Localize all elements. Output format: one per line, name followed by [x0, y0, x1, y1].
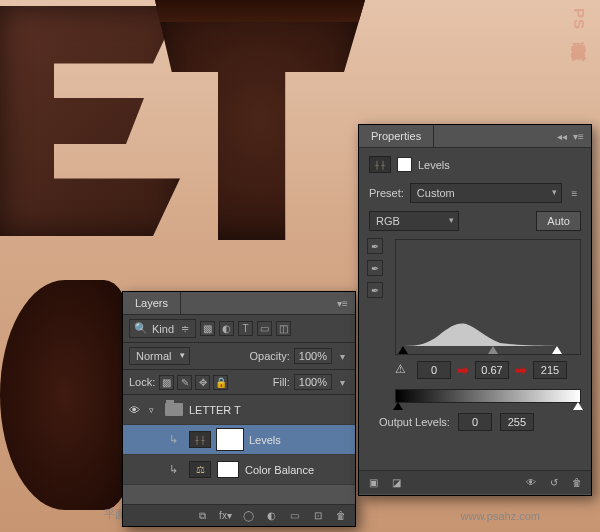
- arrow-icon: ➡: [457, 362, 469, 378]
- clip-indicator-icon: ↳: [169, 433, 183, 446]
- layer-filter-row: 🔍 Kind ≑ ▩ ◐ T ▭ ◫: [123, 315, 355, 342]
- filter-pixel-icon[interactable]: ▩: [200, 321, 215, 336]
- properties-tab[interactable]: Properties: [359, 125, 434, 147]
- input-shadow-field[interactable]: 0: [417, 361, 451, 379]
- eyedropper-black-icon[interactable]: ✒: [367, 238, 383, 254]
- properties-footer: ▣ ◪ 👁 ↺ 🗑: [359, 470, 591, 494]
- lock-all-icon[interactable]: 🔒: [213, 375, 228, 390]
- output-levels-label: Output Levels:: [379, 416, 450, 428]
- delete-layer-icon[interactable]: 🗑: [334, 509, 347, 522]
- search-icon: 🔍: [134, 322, 148, 335]
- chevron-down-icon[interactable]: ▾: [336, 350, 349, 363]
- filter-kind-label: Kind: [152, 323, 174, 335]
- filter-adjustment-icon[interactable]: ◐: [219, 321, 234, 336]
- opacity-value[interactable]: 100%: [294, 348, 332, 364]
- properties-panel: Properties ◂◂ ▾≡ ⟊⟊ Levels Preset: Custo…: [358, 124, 592, 496]
- watermark-bottom-right: www.psahz.com: [461, 510, 540, 522]
- clip-to-layer-icon[interactable]: ▣: [367, 476, 380, 489]
- preset-label: Preset:: [369, 187, 404, 199]
- layers-tab[interactable]: Layers: [123, 292, 181, 314]
- filter-smart-icon[interactable]: ◫: [276, 321, 291, 336]
- channel-select[interactable]: RGB: [369, 211, 459, 231]
- input-midtone-field[interactable]: 0.67: [475, 361, 509, 379]
- adjustment-layer-icon[interactable]: ◐: [265, 509, 278, 522]
- lock-row: Lock: ▩ ✎ ✥ 🔒 Fill: 100% ▾: [123, 369, 355, 395]
- adjustment-title: Levels: [418, 159, 450, 171]
- output-highlight-field[interactable]: 255: [500, 413, 534, 431]
- opacity-label: Opacity:: [250, 350, 290, 362]
- filter-shape-icon[interactable]: ▭: [257, 321, 272, 336]
- canvas-letter-e: [0, 6, 180, 236]
- chevron-down-icon[interactable]: ▾: [336, 376, 349, 389]
- properties-panel-header[interactable]: Properties ◂◂ ▾≡: [359, 125, 591, 148]
- midtone-slider[interactable]: [488, 346, 498, 354]
- layer-row-color-balance[interactable]: ↳ ⚖ Color Balance: [123, 455, 355, 485]
- blend-mode-row: Normal Opacity: 100% ▾: [123, 342, 355, 369]
- fill-label: Fill:: [273, 376, 290, 388]
- view-previous-icon[interactable]: 👁: [524, 476, 537, 489]
- layers-footer: ⧉ fx▾ ◯ ◐ ▭ ⊡ 🗑: [123, 504, 355, 526]
- preset-menu-icon[interactable]: ≡: [568, 187, 581, 200]
- lock-transparency-icon[interactable]: ▩: [159, 375, 174, 390]
- output-shadow-field[interactable]: 0: [458, 413, 492, 431]
- layer-row-levels[interactable]: ↳ ⟊⟊ Levels: [123, 425, 355, 455]
- layer-list: 👁 ▿ LETTER T ↳ ⟊⟊ Levels ↳ ⚖ Color Balan…: [123, 395, 355, 485]
- layer-name[interactable]: Color Balance: [245, 464, 314, 476]
- layer-fx-icon[interactable]: fx▾: [219, 509, 232, 522]
- layer-mask-icon[interactable]: ◯: [242, 509, 255, 522]
- fill-value[interactable]: 100%: [294, 374, 332, 390]
- levels-histogram[interactable]: [395, 239, 581, 355]
- layer-group-row[interactable]: 👁 ▿ LETTER T: [123, 395, 355, 425]
- lock-pixels-icon[interactable]: ✎: [177, 375, 192, 390]
- lock-label: Lock:: [129, 376, 155, 388]
- levels-adjustment-icon: ⟊⟊: [369, 156, 391, 173]
- layer-mask[interactable]: [217, 429, 243, 450]
- reset-icon[interactable]: ↺: [547, 476, 560, 489]
- folder-toggle-icon[interactable]: ▿: [149, 405, 159, 415]
- new-layer-icon[interactable]: ⊡: [311, 509, 324, 522]
- input-highlight-field[interactable]: 215: [533, 361, 567, 379]
- layer-name[interactable]: Levels: [249, 434, 281, 446]
- delete-adjustment-icon[interactable]: 🗑: [570, 476, 583, 489]
- link-layers-icon[interactable]: ⧉: [196, 509, 209, 522]
- panel-menu-icon[interactable]: ▾≡: [572, 130, 585, 143]
- eyedropper-white-icon[interactable]: ✒: [367, 282, 383, 298]
- layer-mask[interactable]: [217, 461, 239, 478]
- layers-panel: Layers ▾≡ 🔍 Kind ≑ ▩ ◐ T ▭ ◫ Normal Opac…: [122, 291, 356, 527]
- layers-panel-header[interactable]: Layers ▾≡: [123, 292, 355, 315]
- layer-group-name[interactable]: LETTER T: [189, 404, 241, 416]
- filter-type-icon[interactable]: T: [238, 321, 253, 336]
- output-gradient[interactable]: [395, 389, 581, 403]
- auto-button[interactable]: Auto: [536, 211, 581, 231]
- blend-mode-select[interactable]: Normal: [129, 347, 190, 365]
- filter-kind-select[interactable]: 🔍 Kind ≑: [129, 319, 196, 338]
- output-shadow-slider[interactable]: [393, 402, 403, 410]
- arrow-icon: ➡: [515, 362, 527, 378]
- output-highlight-slider[interactable]: [573, 402, 583, 410]
- canvas-letter-t: [155, 0, 365, 240]
- chevron-down-icon: ≑: [178, 322, 191, 335]
- levels-adjustment-icon: ⟊⟊: [189, 431, 211, 448]
- highlight-slider[interactable]: [552, 346, 562, 354]
- toggle-clip-icon[interactable]: ◪: [390, 476, 403, 489]
- mask-thumb-icon[interactable]: [397, 157, 412, 172]
- lock-position-icon[interactable]: ✥: [195, 375, 210, 390]
- preset-select[interactable]: Custom: [410, 183, 562, 203]
- folder-icon: [165, 403, 183, 416]
- eyedropper-group: ✒ ✒ ✒: [367, 238, 383, 298]
- eyedropper-gray-icon[interactable]: ✒: [367, 260, 383, 276]
- histogram-curve: [400, 320, 580, 346]
- visibility-icon[interactable]: 👁: [129, 404, 143, 416]
- shadow-slider[interactable]: [398, 346, 408, 354]
- warning-icon[interactable]: ⚠: [395, 362, 411, 378]
- color-balance-adjustment-icon: ⚖: [189, 461, 211, 478]
- watermark-site-name: PS爱好者教程网: [569, 8, 588, 36]
- adjustment-title-row: ⟊⟊ Levels: [369, 156, 581, 173]
- panel-menu-icon[interactable]: ▾≡: [336, 297, 349, 310]
- collapse-icon[interactable]: ◂◂: [555, 130, 568, 143]
- canvas-letter-c: [0, 280, 130, 510]
- new-group-icon[interactable]: ▭: [288, 509, 301, 522]
- clip-indicator-icon: ↳: [169, 463, 183, 476]
